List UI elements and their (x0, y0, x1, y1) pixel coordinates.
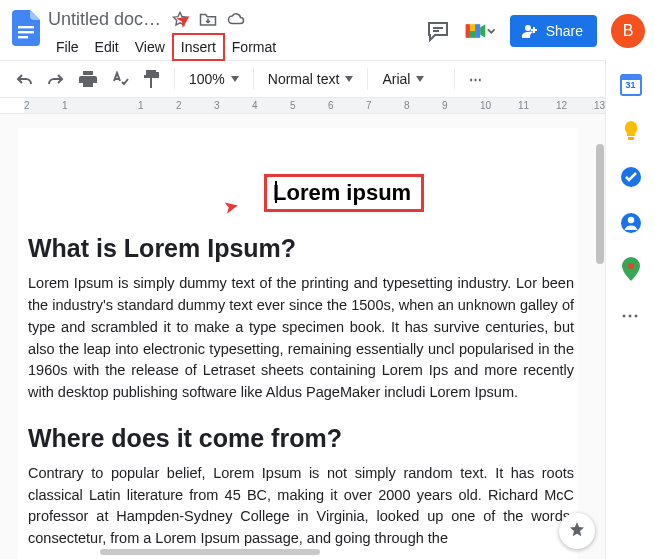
ruler-mark: 12 (556, 100, 567, 111)
calendar-addon-icon[interactable]: 31 (620, 74, 642, 96)
maps-addon-icon[interactable] (620, 258, 642, 280)
svg-rect-10 (628, 137, 634, 140)
menu-file[interactable]: File (48, 34, 87, 60)
svg-rect-4 (465, 24, 469, 38)
document-title-block[interactable]: Lorem ipsum (264, 174, 424, 212)
document-title-text: Lorem ipsum (273, 180, 411, 205)
avatar-initial: B (623, 22, 634, 40)
ruler-mark: 11 (518, 100, 529, 111)
zoom-dropdown[interactable]: 100% (183, 67, 245, 91)
svg-rect-7 (475, 24, 480, 38)
horizontal-scrollbar-thumb[interactable] (100, 549, 320, 555)
zoom-value: 100% (189, 71, 225, 87)
ruler-mark: 3 (214, 100, 220, 111)
ruler-mark: 1 (62, 100, 68, 111)
svg-rect-1 (18, 31, 34, 33)
svg-rect-2 (18, 36, 28, 38)
print-button[interactable] (74, 65, 102, 93)
ruler-mark: 2 (24, 100, 30, 111)
paragraph-style-dropdown[interactable]: Normal text (262, 67, 360, 91)
move-icon[interactable] (199, 10, 217, 28)
section-heading-1[interactable]: What is Lorem Ipsum? (28, 234, 578, 263)
comment-history-icon[interactable] (426, 20, 450, 42)
ruler-mark: 4 (252, 100, 258, 111)
document-title[interactable]: Untitled doc… (48, 9, 161, 30)
sidepanel-more-button[interactable]: ⋯ (620, 304, 642, 326)
menu-edit[interactable]: Edit (87, 34, 127, 60)
menu-view[interactable]: View (127, 34, 173, 60)
svg-rect-0 (18, 26, 34, 28)
svg-point-13 (627, 217, 633, 223)
ruler-mark: 10 (480, 100, 491, 111)
text-cursor (275, 181, 277, 203)
menu-format[interactable]: Format (224, 34, 284, 60)
tasks-addon-icon[interactable] (620, 166, 642, 188)
ruler-mark: 2 (176, 100, 182, 111)
star-icon[interactable] (171, 10, 189, 28)
svg-point-14 (628, 263, 634, 269)
redo-button[interactable] (42, 65, 70, 93)
paragraph-style-value: Normal text (268, 71, 340, 87)
vertical-scrollbar-thumb[interactable] (596, 144, 604, 264)
paint-format-button[interactable] (138, 65, 166, 93)
svg-rect-6 (470, 31, 475, 38)
ruler-mark: 9 (442, 100, 448, 111)
section-body-1[interactable]: Lorem Ipsum is simply dummy text of the … (28, 273, 578, 404)
toolbar-more-button[interactable]: ⋯ (463, 68, 490, 91)
share-button-label: Share (546, 23, 583, 39)
spellcheck-button[interactable] (106, 65, 134, 93)
docs-logo-icon[interactable] (8, 10, 44, 46)
undo-button[interactable] (10, 65, 38, 93)
menu-bar: File Edit View Insert Format (48, 34, 426, 60)
ruler-mark: 13 (594, 100, 605, 111)
explore-button[interactable] (559, 513, 595, 549)
contacts-addon-icon[interactable] (620, 212, 642, 234)
horizontal-ruler[interactable]: 2112345678910111213 (0, 98, 655, 114)
document-page[interactable]: Lorem ipsum What is Lorem Ipsum? Lorem I… (18, 128, 578, 559)
ruler-mark: 7 (366, 100, 372, 111)
svg-rect-5 (470, 24, 475, 31)
ruler-mark: 5 (290, 100, 296, 111)
side-panel: 31 ⋯ (605, 60, 655, 559)
font-family-value: Arial (382, 71, 410, 87)
account-avatar[interactable]: B (611, 14, 645, 48)
section-heading-2[interactable]: Where does it come from? (28, 424, 578, 453)
keep-addon-icon[interactable] (620, 120, 642, 142)
horizontal-scrollbar[interactable] (60, 549, 400, 557)
font-family-dropdown[interactable]: Arial (376, 67, 446, 91)
toolbar: 100% Normal text Arial ⋯ (0, 60, 655, 98)
menu-insert[interactable]: Insert (173, 34, 224, 60)
vertical-scrollbar[interactable] (595, 120, 605, 360)
share-button[interactable]: Share (510, 15, 597, 47)
document-canvas[interactable]: Lorem ipsum What is Lorem Ipsum? Lorem I… (0, 114, 605, 559)
google-meet-icon[interactable] (464, 18, 496, 44)
section-body-2[interactable]: Contrary to popular belief, Lorem Ipsum … (28, 463, 578, 550)
calendar-day-number: 31 (620, 80, 642, 90)
ruler-mark: 6 (328, 100, 334, 111)
ruler-mark: 1 (138, 100, 144, 111)
ruler-mark: 8 (404, 100, 410, 111)
cloud-status-icon[interactable] (227, 10, 245, 28)
